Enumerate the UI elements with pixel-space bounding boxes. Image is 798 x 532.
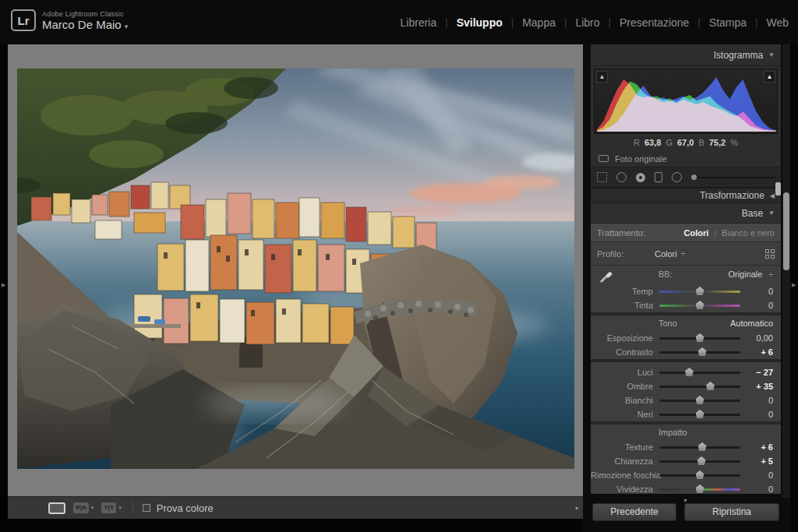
wb-label: BB: [659, 270, 673, 279]
module-divider: | [438, 16, 454, 28]
slider-knob[interactable] [698, 442, 707, 451]
treatment-divider: | [714, 228, 716, 238]
expand-left-panel-icon[interactable]: ▶ [2, 282, 5, 288]
panel-switch-icon[interactable] [598, 155, 609, 162]
slider-track[interactable] [659, 488, 740, 491]
slider-value: 0 [737, 410, 773, 419]
slider-label: Rimozione foschia [591, 470, 653, 480]
presence-section-label: Impatto [659, 428, 687, 437]
slider-track[interactable] [659, 291, 740, 293]
tool-strip-rail [698, 177, 776, 178]
slider-bianchi: Bianchi0 [591, 393, 781, 407]
top-bar: Lr Adobe Lightroom Classic Marco De Maio… [0, 0, 798, 44]
slider-track[interactable] [659, 446, 740, 449]
treatment-color-option[interactable]: Colori [683, 228, 708, 238]
auto-tone-button[interactable]: Automatico [730, 319, 773, 328]
spot-removal-icon[interactable] [616, 172, 627, 182]
reference-view-icon[interactable]: R|A [73, 502, 89, 513]
slider-knob[interactable] [698, 347, 707, 356]
tone2-block: Luci− 27Ombre+ 35Bianchi0Neri0 [591, 362, 781, 421]
wb-preset-value[interactable]: Originale ÷ [728, 270, 773, 279]
treatment-bw-option[interactable]: Bianco e nero [722, 228, 775, 238]
slider-knob[interactable] [696, 410, 704, 418]
chevron-down-icon[interactable]: ▾ [118, 505, 122, 511]
wb-eyedropper-icon[interactable] [598, 269, 613, 283]
slider-rimozione-foschia: Rimozione foschia0 [591, 468, 781, 482]
module-tab-libreria[interactable]: Libreria [399, 16, 439, 29]
module-tab-presentazione[interactable]: Presentazione [618, 16, 691, 29]
radial-filter-icon[interactable] [672, 172, 682, 182]
chevron-down-icon[interactable]: ▾ [91, 505, 94, 511]
slider-knob[interactable] [706, 382, 715, 390]
module-tab-stampa[interactable]: Stampa [708, 16, 748, 29]
slider-track[interactable] [659, 386, 740, 388]
left-panel-collapsed[interactable]: ▶ [0, 44, 8, 496]
slider-knob[interactable] [697, 456, 706, 465]
slider-track[interactable] [659, 372, 740, 374]
right-panel-edge[interactable]: ▶ [790, 44, 798, 532]
histogram[interactable]: ▲ ▲ [594, 69, 778, 134]
scroll-down-icon[interactable]: ▼ [683, 498, 688, 503]
slider-track[interactable] [659, 460, 740, 463]
original-photo-row[interactable]: Foto originale [591, 150, 781, 167]
red-eye-icon[interactable] [636, 173, 645, 182]
slider-value: + 6 [737, 442, 773, 452]
slider-track[interactable] [659, 337, 740, 340]
highlight-clipping-indicator[interactable]: ▲ [764, 71, 775, 83]
toolbar-options-icon[interactable]: ▾ [575, 505, 578, 512]
slider-value: 0 [737, 301, 773, 310]
slider-knob[interactable] [696, 470, 704, 479]
soft-proof-checkbox[interactable] [143, 504, 150, 512]
slider-contrasto: Contrasto+ 6 [591, 345, 781, 359]
slider-label: Ombre [591, 382, 653, 391]
scrollbar-mini-thumb[interactable] [775, 182, 781, 196]
panel-scrollbar[interactable] [782, 44, 790, 498]
catalog-owner[interactable]: Marco De Maio▾ [42, 18, 128, 31]
adjustment-brush-icon[interactable] [691, 174, 697, 180]
reset-button[interactable]: Ripristina [684, 503, 779, 521]
slider-track[interactable] [659, 414, 740, 416]
slider-knob[interactable] [685, 368, 694, 376]
slider-label: Texture [591, 442, 653, 452]
base-panel-header[interactable]: Base ▼ [591, 203, 781, 224]
slider-knob[interactable] [696, 333, 704, 342]
slider-track[interactable] [659, 351, 740, 354]
slider-value: + 35 [737, 382, 773, 391]
chevron-down-icon: ▾ [125, 23, 129, 30]
module-tab-libro[interactable]: Libro [574, 16, 601, 29]
slider-knob[interactable] [696, 301, 704, 309]
slider-track[interactable] [659, 400, 740, 402]
before-after-icon[interactable]: Y|Y [101, 502, 116, 513]
transform-panel-header[interactable]: Trasformazione ◀ [591, 188, 781, 203]
collapse-right-panel-icon[interactable]: ▶ [792, 282, 796, 288]
slider-value: 0 [737, 396, 773, 405]
module-tab-sviluppo[interactable]: Sviluppo [455, 16, 504, 29]
module-tab-mappa[interactable]: Mappa [521, 16, 557, 29]
histogram-panel-header[interactable]: Istogramma ▼ [591, 44, 781, 66]
profile-browser-icon[interactable] [765, 249, 775, 259]
loupe-view-icon[interactable] [48, 502, 65, 514]
toolbar-divider [132, 502, 133, 514]
graduated-filter-icon[interactable] [655, 172, 662, 182]
previous-button[interactable]: Precedente [592, 503, 676, 521]
profile-value[interactable]: Colori [655, 249, 677, 259]
crop-overlay-icon[interactable] [597, 172, 607, 182]
slider-track[interactable] [659, 305, 740, 307]
slider-knob[interactable] [696, 396, 704, 404]
slider-knob[interactable] [696, 484, 704, 493]
chevron-down-icon: ▼ [768, 210, 775, 217]
slider-label: Temp [591, 287, 653, 296]
histogram-panel: ▲ ▲ [591, 66, 781, 135]
module-tab-web[interactable]: Web [764, 16, 790, 29]
photo-view[interactable] [17, 69, 574, 469]
slider-label: Chiarezza [591, 456, 653, 466]
scrollbar-thumb[interactable] [783, 192, 789, 270]
slider-track[interactable] [659, 474, 740, 477]
popup-icon[interactable]: ÷ [681, 249, 686, 258]
lightroom-app: Lr Adobe Lightroom Classic Marco De Maio… [0, 0, 798, 532]
slider-knob[interactable] [696, 287, 704, 295]
shadow-clipping-indicator[interactable]: ▲ [596, 71, 608, 83]
identity-plate[interactable]: Lr Adobe Lightroom Classic Marco De Maio… [11, 9, 128, 31]
slider-label: Luci [591, 368, 653, 377]
tone-section-label: Tono [659, 319, 677, 328]
